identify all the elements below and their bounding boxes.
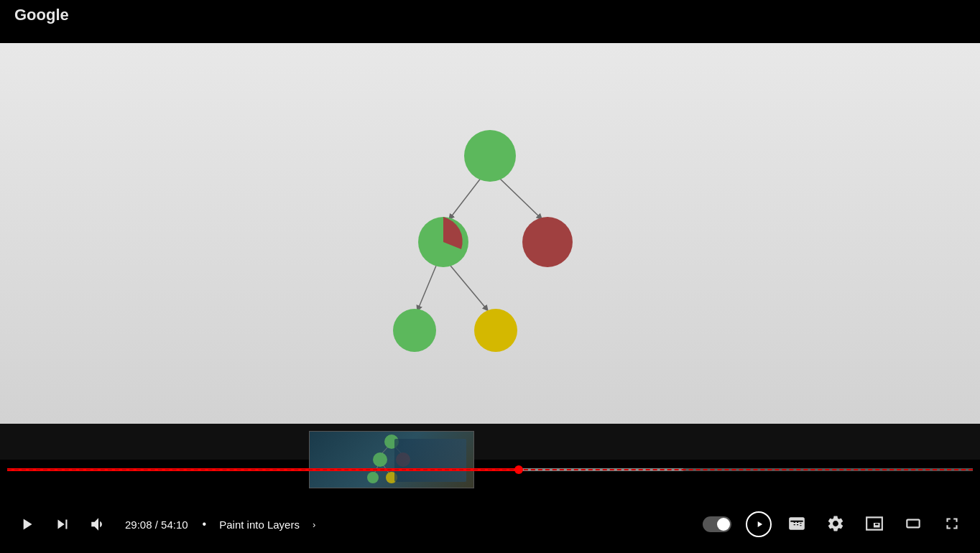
svg-line-2 — [418, 266, 436, 309]
settings-button[interactable] — [822, 511, 849, 538]
next-button[interactable] — [50, 512, 75, 536]
thumbnail-popup — [309, 431, 474, 488]
svg-point-8 — [474, 309, 517, 352]
svg-line-1 — [499, 177, 540, 218]
time-separator: / — [155, 519, 161, 531]
chapter-label: Paint into Layers — [219, 519, 300, 531]
total-time: 54:10 — [161, 519, 188, 531]
svg-point-16 — [367, 472, 379, 483]
theater-mode-button[interactable] — [900, 511, 927, 538]
autoplay-knob — [717, 518, 730, 531]
progress-scrubber[interactable] — [514, 465, 523, 474]
chapter-chevron-icon: › — [313, 519, 315, 530]
svg-line-0 — [450, 177, 481, 218]
current-time: 29:08 — [125, 519, 152, 531]
autoplay-play-button[interactable] — [746, 511, 772, 537]
svg-line-3 — [450, 266, 486, 309]
play-button[interactable] — [14, 512, 39, 536]
time-display: 29:08 / 54:10 — [125, 519, 188, 531]
volume-button[interactable] — [86, 512, 111, 536]
miniplayer-button[interactable] — [861, 511, 888, 538]
svg-point-4 — [464, 130, 516, 182]
svg-point-6 — [522, 217, 573, 267]
autoplay-toggle[interactable] — [703, 516, 731, 532]
progress-track[interactable] — [7, 468, 973, 471]
svg-point-7 — [393, 309, 436, 352]
thumbnail-inner — [310, 432, 473, 488]
video-content — [0, 43, 980, 460]
progress-played — [7, 468, 519, 471]
bullet-separator: • — [203, 518, 207, 531]
controls-bar: 29:08 / 54:10 • Paint into Layers › — [0, 424, 980, 553]
svg-point-14 — [373, 452, 387, 467]
tree-diagram — [375, 115, 605, 388]
tree-svg — [375, 115, 605, 388]
top-bar: Google — [0, 0, 980, 43]
autoplay-track[interactable] — [703, 516, 731, 532]
fullscreen-button[interactable] — [938, 511, 966, 538]
progress-area — [0, 424, 980, 496]
bottom-controls: 29:08 / 54:10 • Paint into Layers › — [0, 496, 980, 553]
subtitles-button[interactable] — [783, 511, 810, 538]
google-logo: Google — [14, 6, 69, 24]
